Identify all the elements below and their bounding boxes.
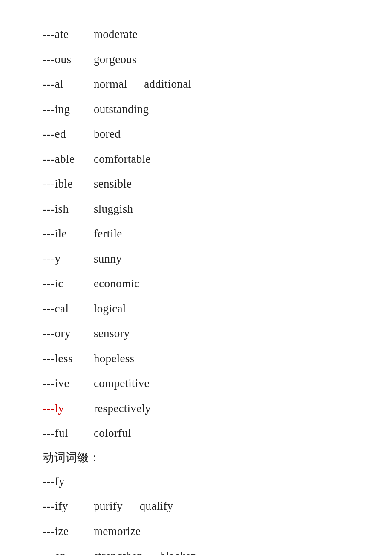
list-item: ---ishsluggish xyxy=(43,200,358,218)
example-word: sluggish xyxy=(94,202,133,215)
example-word: bored xyxy=(94,127,121,140)
example-word: normal xyxy=(94,78,127,90)
list-item: ---ysunny xyxy=(43,250,358,268)
example-words: fertile xyxy=(94,225,139,243)
example-word: competitive xyxy=(94,377,150,390)
example-word: sensible xyxy=(94,177,132,190)
list-item: ---atemoderate xyxy=(43,26,358,43)
example-word: memorize xyxy=(94,525,141,538)
list-item: ---alnormaladditional xyxy=(43,75,358,93)
example-words: outstanding xyxy=(94,101,166,118)
example-word: moderate xyxy=(94,28,138,40)
example-word: logical xyxy=(94,302,126,315)
example-word: outstanding xyxy=(94,103,149,116)
list-item: ---ingoutstanding xyxy=(43,101,358,118)
suffix-label: ---ed xyxy=(43,125,94,143)
suffix-label: ---ic xyxy=(43,275,94,292)
example-words: moderate xyxy=(94,26,155,43)
list-item: ---orysensory xyxy=(43,325,358,342)
example-word: blacken xyxy=(160,549,196,555)
example-word: comfortable xyxy=(94,153,151,165)
list-item: ---lyrespectively xyxy=(43,400,358,417)
list-item: ---enstrengthenblacken xyxy=(43,547,358,555)
suffix-label: ---ish xyxy=(43,200,94,218)
example-words: economic xyxy=(94,275,156,292)
suffix-label: ---ive xyxy=(43,375,94,392)
suffix-label: ---cal xyxy=(43,300,94,318)
example-word: gorgeous xyxy=(94,53,137,66)
suffix-label: ---ous xyxy=(43,51,94,68)
suffix-label: ---ly xyxy=(43,400,94,417)
suffix-label: ---ize xyxy=(43,523,94,540)
content-area: ---atemoderate---ousgorgeous---alnormala… xyxy=(43,26,358,555)
adjective-entries: ---atemoderate---ousgorgeous---alnormala… xyxy=(43,26,358,442)
example-words: colorful xyxy=(94,425,148,442)
suffix-label: ---ful xyxy=(43,425,94,442)
suffix-label: ---ify xyxy=(43,497,94,515)
example-words: sluggish xyxy=(94,200,150,218)
example-word: qualify xyxy=(140,500,173,512)
example-word: strengthen xyxy=(94,549,143,555)
list-item: ---ablecomfortable xyxy=(43,150,358,168)
example-words: competitive xyxy=(94,375,167,392)
suffix-label: ---ate xyxy=(43,26,94,43)
example-words: purifyqualify xyxy=(94,497,190,515)
example-words: respectively xyxy=(94,400,168,417)
example-words: bored xyxy=(94,125,138,143)
example-word: colorful xyxy=(94,427,131,439)
example-words: memorize xyxy=(94,523,158,540)
list-item: ---fulcolorful xyxy=(43,425,358,442)
example-words: logical xyxy=(94,300,143,318)
list-item: ---ilefertile xyxy=(43,225,358,243)
example-word: additional xyxy=(144,78,191,90)
list-item: ---izememorize xyxy=(43,523,358,540)
list-item: ---iceconomic xyxy=(43,275,358,292)
example-word: sunny xyxy=(94,252,122,265)
list-item: ---callogical xyxy=(43,300,358,318)
suffix-label: ---ible xyxy=(43,175,94,193)
suffix-label: ---ile xyxy=(43,225,94,243)
suffix-label: ---y xyxy=(43,250,94,268)
verb-entries: ---fy---ifypurifyqualify---izememorize--… xyxy=(43,473,358,555)
list-item: ---iblesensible xyxy=(43,175,358,193)
suffix-label: ---en xyxy=(43,547,94,555)
verb-section-header: 动词词缀： xyxy=(43,450,358,465)
suffix-label: ---ing xyxy=(43,101,94,118)
example-words: strengthenblacken xyxy=(94,547,214,555)
list-item: ---ousgorgeous xyxy=(43,51,358,68)
example-word: fertile xyxy=(94,227,122,240)
example-words: sensible xyxy=(94,175,149,193)
example-word: economic xyxy=(94,277,139,290)
example-word: purify xyxy=(94,500,123,512)
example-word: hopeless xyxy=(94,352,134,365)
example-words: sensory xyxy=(94,325,147,342)
example-words: comfortable xyxy=(94,150,168,168)
list-item: ---lesshopeless xyxy=(43,350,358,367)
list-item: ---ivecompetitive xyxy=(43,375,358,392)
list-item: ---ifypurifyqualify xyxy=(43,497,358,515)
suffix-label: ---less xyxy=(43,350,94,367)
example-word: sensory xyxy=(94,327,130,340)
example-words: hopeless xyxy=(94,350,151,367)
suffix-label: ---al xyxy=(43,75,94,93)
example-word: respectively xyxy=(94,402,151,415)
example-words: normaladditional xyxy=(94,75,208,93)
suffix-label: ---able xyxy=(43,150,94,168)
list-item: ---fy xyxy=(43,473,358,490)
suffix-label: ---fy xyxy=(43,473,94,490)
suffix-label: ---ory xyxy=(43,325,94,342)
example-words: gorgeous xyxy=(94,51,154,68)
example-words: sunny xyxy=(94,250,139,268)
list-item: ---edbored xyxy=(43,125,358,143)
